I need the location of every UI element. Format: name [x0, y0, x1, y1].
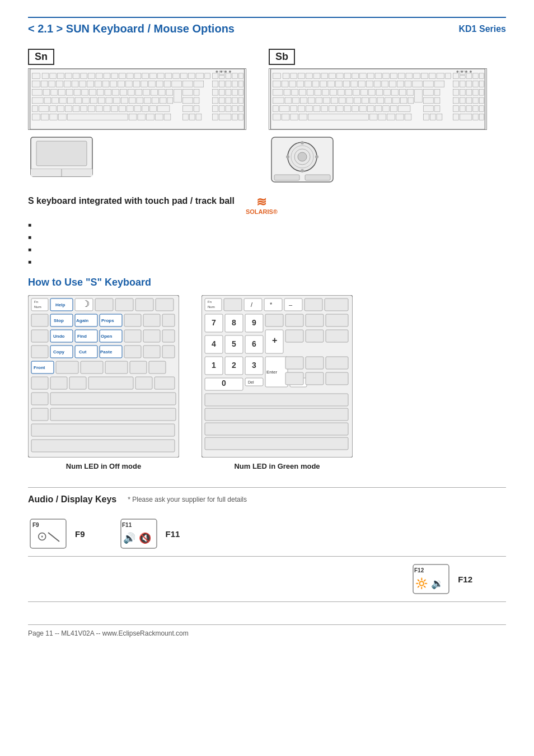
- svg-rect-259: [434, 97, 440, 104]
- keyboard-sn-svg: [28, 68, 246, 130]
- svg-rect-362: [162, 346, 175, 358]
- svg-rect-201: [374, 81, 381, 87]
- svg-text:Stop: Stop: [54, 318, 64, 323]
- svg-rect-96: [144, 97, 151, 104]
- svg-rect-237: [466, 89, 472, 95]
- svg-text:1: 1: [212, 361, 216, 370]
- svg-rect-11: [111, 73, 118, 79]
- svg-rect-139: [155, 114, 163, 120]
- svg-rect-130: [239, 106, 243, 112]
- svg-rect-378: [31, 408, 48, 421]
- svg-rect-86: [67, 97, 74, 104]
- svg-rect-427: [306, 357, 324, 369]
- svg-rect-24: [213, 73, 218, 79]
- svg-rect-7: [81, 73, 87, 79]
- svg-rect-146: [232, 114, 238, 120]
- svg-rect-41: [118, 81, 125, 87]
- svg-rect-83: [44, 97, 51, 104]
- svg-rect-145: [219, 114, 231, 120]
- svg-rect-386: [224, 298, 242, 311]
- svg-rect-15: [142, 73, 149, 79]
- svg-point-309: [470, 71, 472, 73]
- svg-rect-14: [134, 73, 141, 79]
- svg-rect-194: [320, 81, 327, 87]
- svg-rect-47: [164, 81, 171, 87]
- svg-rect-249: [346, 97, 353, 104]
- svg-rect-20: [181, 73, 188, 79]
- svg-rect-78: [219, 89, 224, 95]
- svg-rect-190: [289, 81, 296, 87]
- svg-rect-270: [313, 106, 320, 112]
- svg-rect-17: [157, 73, 164, 79]
- svg-rect-436: [205, 394, 348, 406]
- svg-text:F9: F9: [32, 522, 39, 528]
- svg-rect-298: [405, 114, 411, 120]
- svg-rect-200: [366, 81, 373, 87]
- svg-rect-113: [81, 106, 87, 112]
- svg-rect-35: [72, 81, 78, 87]
- svg-rect-276: [360, 106, 367, 112]
- svg-rect-240: [273, 97, 284, 104]
- svg-rect-233: [423, 89, 433, 95]
- svg-rect-394: [325, 298, 348, 311]
- svg-rect-131: [32, 114, 40, 120]
- svg-rect-350: [124, 330, 141, 342]
- svg-rect-360: [124, 346, 141, 358]
- svg-rect-80: [232, 89, 238, 95]
- svg-rect-263: [473, 97, 479, 104]
- svg-rect-177: [414, 73, 420, 79]
- svg-rect-320: [305, 175, 330, 180]
- svg-rect-110: [58, 106, 64, 112]
- svg-rect-89: [91, 97, 97, 104]
- diagram-off-svg: Fn Num Help ☽ Stop Again Props: [28, 295, 179, 458]
- svg-text:Copy: Copy: [53, 349, 65, 354]
- svg-rect-305: [480, 114, 484, 120]
- svg-text:9: 9: [252, 318, 256, 327]
- svg-rect-247: [331, 97, 338, 104]
- svg-rect-215: [284, 89, 291, 95]
- svg-rect-99: [167, 97, 173, 104]
- svg-rect-256: [400, 97, 407, 104]
- svg-rect-122: [150, 106, 157, 112]
- svg-rect-60: [66, 89, 73, 95]
- svg-text:Props: Props: [101, 318, 114, 323]
- svg-rect-16: [150, 73, 157, 79]
- svg-rect-5: [65, 73, 72, 79]
- svg-rect-178: [421, 73, 428, 79]
- svg-rect-352: [162, 330, 175, 342]
- svg-rect-106: [239, 97, 243, 104]
- svg-text:4: 4: [212, 339, 216, 348]
- svg-rect-187: [480, 73, 484, 79]
- svg-rect-353: [31, 346, 48, 358]
- svg-rect-197: [343, 81, 350, 87]
- svg-text:Undo: Undo: [53, 334, 65, 339]
- keyboard-sn-block: Sn: [28, 49, 246, 185]
- svg-text:Cut: Cut: [79, 349, 87, 354]
- audio-note: * Please ask your supplier for full deta…: [128, 496, 247, 503]
- svg-rect-403: [306, 314, 324, 326]
- svg-rect-189: [282, 81, 288, 87]
- svg-rect-273: [336, 106, 343, 112]
- svg-rect-81: [239, 89, 243, 95]
- svg-rect-365: [56, 361, 78, 374]
- svg-rect-439: [205, 437, 348, 450]
- svg-rect-137: [138, 114, 146, 120]
- f12-label: F12: [458, 575, 472, 584]
- svg-rect-262: [466, 97, 472, 104]
- svg-rect-269: [306, 106, 312, 112]
- svg-rect-155: [31, 169, 62, 176]
- svg-rect-293: [308, 114, 368, 120]
- f11-key-svg: F11 🔊 🔇: [119, 517, 159, 550]
- svg-rect-115: [96, 106, 102, 112]
- svg-rect-39: [102, 81, 109, 87]
- svg-text:0: 0: [222, 379, 226, 388]
- svg-rect-63: [90, 89, 96, 95]
- svg-rect-330: [115, 298, 133, 311]
- svg-rect-65: [105, 89, 111, 95]
- svg-rect-230: [399, 89, 406, 95]
- svg-rect-136: [129, 114, 137, 120]
- svg-rect-255: [393, 97, 400, 104]
- svg-rect-376: [31, 393, 48, 405]
- svg-rect-6: [73, 73, 79, 79]
- svg-rect-278: [375, 106, 382, 112]
